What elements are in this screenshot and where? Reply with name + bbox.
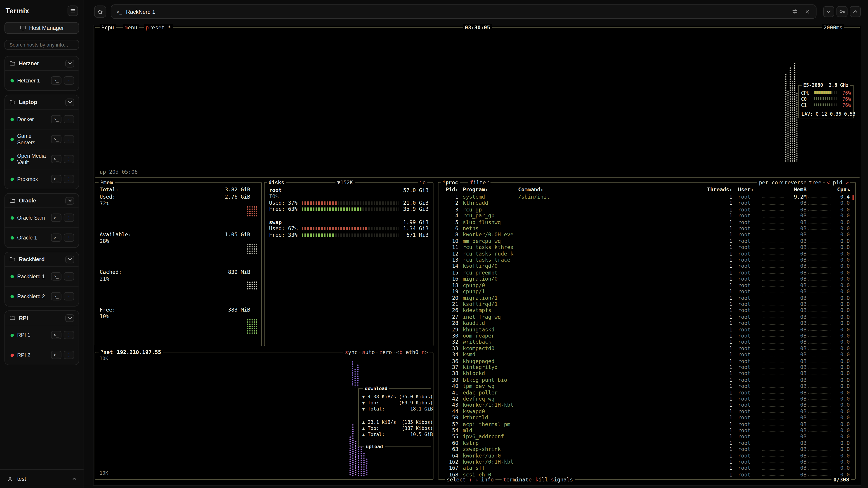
process-row[interactable]: 52acpi_thermal_pm1root0B0.0 — [438, 421, 854, 427]
process-row[interactable]: 2kthreadd1root0B0.0 — [438, 200, 854, 206]
connect-terminal-button[interactable]: >_ — [51, 331, 61, 339]
host-menu-button[interactable]: ⋮ — [64, 214, 74, 222]
signals-button[interactable]: signals — [549, 477, 575, 483]
connect-terminal-button[interactable]: >_ — [51, 233, 61, 242]
connect-terminal-button[interactable]: >_ — [51, 115, 61, 123]
host-search-input[interactable] — [4, 40, 79, 50]
host-manager-button[interactable]: Host Manager — [4, 22, 79, 34]
chevron-down-icon[interactable] — [65, 59, 74, 67]
process-row[interactable]: 64kworker/u5:01root0B0.0 — [438, 452, 854, 459]
tab-list-button[interactable] — [823, 6, 834, 17]
sidebar-menu-button[interactable] — [68, 5, 78, 16]
user-footer[interactable]: test — [0, 469, 84, 488]
host-group-header[interactable]: RPI — [5, 311, 79, 325]
process-row[interactable]: 13rcu_tasks_trace_1root0B0.0 — [438, 257, 854, 263]
host-menu-button[interactable]: ⋮ — [64, 292, 74, 300]
connect-terminal-button[interactable]: >_ — [51, 292, 61, 300]
host-item[interactable]: Oracle 1>_⋮ — [5, 228, 79, 248]
host-item[interactable]: Oracle Sam>_⋮ — [5, 207, 79, 227]
process-row[interactable]: 21ksoftirqd/11root0B0.0 — [438, 301, 854, 307]
process-row[interactable]: 168scsi_eh_01root0B0.0 — [438, 471, 854, 478]
host-item[interactable]: RPI 1>_⋮ — [5, 325, 79, 345]
host-group-header[interactable]: Laptop — [5, 95, 79, 109]
process-row[interactable]: 55ipv6_addrconf1root0B0.0 — [438, 433, 854, 440]
process-row[interactable]: 12rcu_tasks_rude_k1root0B0.0 — [438, 251, 854, 257]
col-command[interactable]: Command: — [514, 186, 707, 193]
host-menu-button[interactable]: ⋮ — [64, 272, 74, 281]
tab-active[interactable]: >_ RackNerd 1 — [111, 4, 816, 19]
process-list[interactable]: 1systemd/sbin/init1root9.2M0.42kthreadd1… — [438, 194, 854, 478]
connect-terminal-button[interactable]: >_ — [51, 76, 61, 85]
connect-terminal-button[interactable]: >_ — [51, 155, 61, 163]
process-row[interactable]: 32writeback1root0B0.0 — [438, 339, 854, 345]
swap-panes-icon[interactable] — [792, 8, 798, 15]
scroll-top-button[interactable] — [850, 6, 861, 17]
process-row[interactable]: 33kcompactd01root0B0.0 — [438, 345, 854, 352]
terminate-button[interactable]: terminate — [502, 477, 533, 483]
select-hint[interactable]: select ↑ ↓ — [445, 477, 480, 483]
chevron-down-icon[interactable] — [65, 197, 74, 204]
process-row[interactable]: 54mld1root0B0.0 — [438, 427, 854, 433]
process-row[interactable]: 10mm_percpu_wq1root0B0.0 — [438, 238, 854, 244]
host-menu-button[interactable]: ⋮ — [64, 155, 74, 163]
process-row[interactable]: 26kdevtmpfs1root0B0.0 — [438, 307, 854, 314]
connect-terminal-button[interactable]: >_ — [51, 214, 61, 222]
process-row[interactable]: 63zswap-shrink1root0B0.0 — [438, 446, 854, 452]
process-scrollbar[interactable] — [852, 195, 854, 200]
process-row[interactable]: 28kauditd1root0B0.0 — [438, 320, 854, 326]
process-row[interactable]: 50kthrotld1root0B0.0 — [438, 415, 854, 421]
process-row[interactable]: 38kblockd1root0B0.0 — [438, 370, 854, 377]
host-item[interactable]: Proxmox>_⋮ — [5, 169, 79, 189]
host-item[interactable]: Hetzner 1>_⋮ — [5, 70, 79, 90]
connect-terminal-button[interactable]: >_ — [51, 272, 61, 281]
host-menu-button[interactable]: ⋮ — [64, 351, 74, 359]
process-row[interactable]: 40tpm_dev_wq1root0B0.0 — [438, 383, 854, 389]
process-row[interactable]: 29khungtaskd1root0B0.0 — [438, 326, 854, 332]
process-row[interactable]: 18cpuhp/01root0B0.0 — [438, 282, 854, 288]
process-row[interactable]: 5slub_flushwq1root0B0.0 — [438, 219, 854, 225]
col-cpu[interactable]: Cpu% — [832, 186, 850, 193]
connect-terminal-button[interactable]: >_ — [51, 351, 61, 359]
process-row[interactable]: 4rcu_par_gp1root0B0.0 — [438, 213, 854, 219]
kill-button[interactable]: kill — [534, 477, 550, 483]
col-mem[interactable]: MemB — [785, 186, 807, 193]
process-row[interactable]: 3rcu_gp1root0B0.0 — [438, 206, 854, 213]
process-row[interactable]: 16migration/01root0B0.0 — [438, 275, 854, 282]
process-row[interactable]: 30oom_reaper1root0B0.0 — [438, 332, 854, 339]
process-row[interactable]: 36khugepaged1root0B0.0 — [438, 358, 854, 364]
chevron-down-icon[interactable] — [65, 98, 74, 106]
col-pid[interactable]: Pid: — [443, 186, 458, 193]
host-item[interactable]: Docker>_⋮ — [5, 109, 79, 129]
process-row[interactable]: 42devfreq_wq1root0B0.0 — [438, 396, 854, 402]
close-tab-icon[interactable] — [804, 8, 810, 15]
host-menu-button[interactable]: ⋮ — [64, 76, 74, 85]
connect-terminal-button[interactable]: >_ — [51, 175, 61, 183]
process-row[interactable]: 1systemd/sbin/init1root9.2M0.4 — [438, 194, 854, 200]
process-row[interactable]: 19cpuhp/11root0B0.0 — [438, 288, 854, 295]
process-row[interactable]: 43kworker/1:1H-kbl1root0B0.0 — [438, 402, 854, 408]
host-group-header[interactable]: Hetzner — [5, 57, 79, 70]
host-item[interactable]: RackNerd 2>_⋮ — [5, 286, 79, 306]
col-user[interactable]: User: — [733, 186, 760, 193]
host-menu-button[interactable]: ⋮ — [64, 115, 74, 123]
process-row[interactable]: 20migration/11root0B0.0 — [438, 295, 854, 301]
ssh-keys-button[interactable] — [836, 6, 847, 17]
host-menu-button[interactable]: ⋮ — [64, 175, 74, 183]
host-item[interactable]: Game Servers>_⋮ — [5, 129, 79, 149]
host-group-header[interactable]: RackNerd — [5, 252, 79, 266]
col-threads[interactable]: Threads: — [707, 186, 733, 193]
process-row[interactable]: 8kworker/0:0H-eve1root0B0.0 — [438, 232, 854, 238]
process-row[interactable]: 167ata_sff1root0B0.0 — [438, 465, 854, 471]
terminal[interactable]: ¹cpu menu preset * 03:30:05 2000ms E5-26… — [93, 25, 861, 486]
sort-prev-icon[interactable]: < — [827, 179, 830, 185]
process-row[interactable]: 39blkcg_punt_bio1root0B0.0 — [438, 377, 854, 383]
host-item[interactable]: Open Media Vault>_⋮ — [5, 149, 79, 169]
host-group-header[interactable]: Oracle — [5, 194, 79, 207]
chevron-down-icon[interactable] — [65, 255, 74, 263]
reverse-toggle[interactable]: reverse — [783, 179, 808, 185]
filter-button[interactable]: filter — [468, 179, 491, 185]
sort-selector[interactable]: < pid > — [825, 179, 850, 185]
io-mode-toggle[interactable]: io — [418, 179, 428, 185]
process-row[interactable]: 162kworker/0:1H-kbl1root0B0.0 — [438, 459, 854, 465]
process-row[interactable]: 27inet_frag_wq1root0B0.0 — [438, 314, 854, 320]
